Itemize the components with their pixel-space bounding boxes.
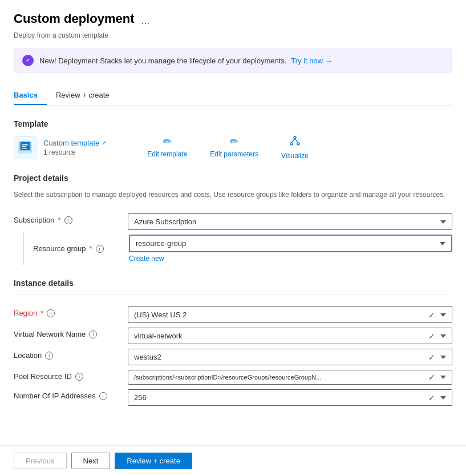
edit-template-action[interactable]: ✏ Edit template (147, 135, 187, 160)
region-info-icon[interactable]: i (47, 309, 55, 317)
project-details-description: Select the subscription to manage deploy… (14, 189, 452, 200)
subscription-select-group: Azure Subscription (128, 213, 452, 230)
svg-rect-4 (22, 144, 28, 146)
review-create-button[interactable]: Review + create (115, 453, 192, 469)
subscription-control: Azure Subscription (128, 211, 452, 232)
pool-resource-id-select-wrapper: /subscriptions/<subscriptionID>/resource… (128, 370, 452, 385)
ip-addresses-select-wrapper: 256 ✓ (128, 389, 452, 406)
previous-button[interactable]: Previous (14, 453, 67, 469)
svg-line-10 (291, 139, 295, 143)
edit-parameters-action[interactable]: ✏ Edit parameters (210, 135, 258, 160)
ip-addresses-info-icon[interactable]: i (99, 392, 107, 400)
region-label: Region * i (14, 304, 128, 322)
region-select-wrapper: (US) West US 2 ✓ (128, 306, 452, 323)
banner-text: New! Deployment Stacks let you manage th… (39, 57, 333, 65)
location-select[interactable]: westus2 (128, 349, 452, 365)
virtual-network-control: virtual-network ✓ (128, 325, 452, 346)
template-actions: ✏ Edit template ✏ Edit parameters (147, 135, 309, 160)
template-resource-count: 1 resource (43, 148, 106, 156)
virtual-network-info-icon[interactable]: i (89, 330, 97, 338)
pool-resource-id-select[interactable]: /subscriptions/<subscriptionID>/resource… (128, 370, 452, 385)
tab-review-create[interactable]: Review + create (56, 86, 119, 105)
location-control: westus2 ✓ (128, 346, 452, 368)
pool-resource-id-label: Pool Resource ID i (14, 368, 128, 385)
resource-group-required: * (90, 244, 92, 253)
svg-point-9 (297, 143, 299, 145)
resource-group-info-icon[interactable]: i (96, 245, 104, 253)
ip-addresses-control: 256 ✓ (128, 387, 452, 408)
instance-details-form: Region * i (US) West US 2 ✓ Virtual Netw… (14, 304, 452, 408)
resource-group-select[interactable]: resource-group (129, 235, 452, 252)
next-button[interactable]: Next (71, 453, 111, 469)
svg-rect-5 (22, 146, 26, 147)
template-section-title: Template (14, 119, 452, 128)
template-section: Template Custom template ↗ 1 resource (14, 119, 452, 160)
page-subtitle: Deploy from a custom template (14, 31, 452, 39)
svg-rect-6 (22, 148, 27, 149)
subscription-select[interactable]: Azure Subscription (128, 213, 452, 230)
template-card: Custom template ↗ 1 resource ✏ Edit temp… (14, 135, 452, 160)
project-details-form: Subscription * i Azure Subscription Reso… (14, 211, 452, 265)
location-label: Location i (14, 346, 128, 364)
resource-group-select-group: resource-group (129, 235, 452, 252)
region-select[interactable]: (US) West US 2 (128, 306, 452, 323)
visualize-action[interactable]: Visualize (281, 135, 309, 160)
virtual-network-label: Virtual Network Name i (14, 325, 128, 343)
banner-icon (22, 55, 34, 66)
svg-line-11 (295, 139, 298, 143)
edit-parameters-icon: ✏ (230, 135, 238, 148)
external-link-icon: ↗ (102, 140, 106, 146)
svg-point-7 (294, 136, 296, 139)
create-new-link[interactable]: Create new (129, 255, 164, 263)
template-info: Custom template ↗ 1 resource (43, 139, 106, 156)
location-info-icon[interactable]: i (45, 352, 53, 360)
project-details-section: Project details Select the subscription … (14, 174, 452, 265)
ellipsis-button[interactable]: ... (139, 13, 152, 29)
template-icon (14, 136, 37, 159)
footer: Previous Next Review + create (0, 445, 466, 476)
resource-group-indent: Resource group * i resource-group Create… (23, 232, 452, 265)
virtual-network-check-icon: ✓ (428, 332, 435, 341)
tab-bar: Basics Review + create (14, 86, 452, 106)
subscription-label: Subscription * i (14, 211, 128, 229)
resource-group-control: resource-group Create new (129, 232, 452, 265)
deployment-stacks-banner: New! Deployment Stacks let you manage th… (14, 49, 452, 72)
instance-details-title: Instance details (14, 279, 452, 288)
tab-basics[interactable]: Basics (14, 86, 47, 105)
banner-link[interactable]: Try it now → (291, 57, 332, 65)
page-title: Custom deployment (14, 11, 134, 26)
pool-resource-id-info-icon[interactable]: i (75, 373, 83, 381)
region-check-icon: ✓ (428, 310, 435, 320)
project-details-title: Project details (14, 174, 452, 183)
location-check-icon: ✓ (428, 353, 435, 362)
edit-template-icon: ✏ (163, 135, 172, 148)
region-control: (US) West US 2 ✓ (128, 304, 452, 325)
instance-details-divider (14, 295, 452, 295)
location-select-wrapper: westus2 ✓ (128, 349, 452, 365)
virtual-network-select-wrapper: virtual-network ✓ (128, 328, 452, 344)
instance-details-section: Instance details Region * i (US) West US… (14, 279, 452, 408)
ip-addresses-check-icon: ✓ (428, 393, 435, 402)
subscription-required: * (58, 216, 61, 224)
subscription-info-icon[interactable]: i (64, 216, 72, 224)
resource-group-label: Resource group * i (24, 232, 129, 265)
pool-resource-id-control: /subscriptions/<subscriptionID>/resource… (128, 368, 452, 387)
visualize-icon (289, 135, 301, 150)
virtual-network-select[interactable]: virtual-network (128, 328, 452, 344)
pool-resource-id-check-icon: ✓ (428, 373, 435, 382)
ip-addresses-select[interactable]: 256 (128, 389, 452, 406)
template-link[interactable]: Custom template ↗ (43, 139, 106, 147)
svg-point-8 (290, 143, 293, 145)
ip-addresses-label: Number Of IP Addresses i (14, 387, 128, 405)
